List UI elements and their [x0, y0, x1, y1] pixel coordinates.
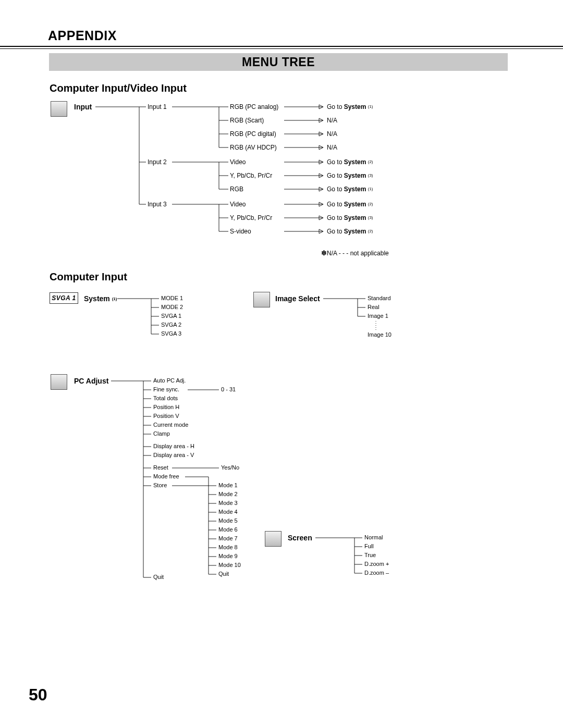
screen-item0: Normal [364, 534, 383, 540]
imsel-item0: Standard [368, 295, 391, 301]
pc-item3: Position H [153, 404, 179, 410]
mode-1: Mode 2 [218, 491, 238, 497]
page-number: 50 [29, 685, 47, 705]
pc-item2: Total dots [153, 395, 178, 401]
in1-item2: RGB (PC digital) [230, 130, 276, 138]
pc-fine-sync-range: 0 - 31 [221, 386, 236, 392]
imsel-item1: Real [368, 304, 380, 310]
in1-item1: RGB (Scart) [230, 117, 264, 124]
dest-1d: N/A [327, 144, 337, 151]
pc-item11: Store [153, 482, 167, 488]
mode-3: Mode 4 [218, 509, 238, 515]
pc-item9: Reset [153, 464, 168, 471]
pc-item7: Display area - H [153, 443, 194, 449]
screen-item4: D.zoom – [364, 570, 389, 576]
tree-lines-input [0, 0, 563, 271]
pc-item5: Current mode [153, 422, 188, 428]
dest-1c: N/A [327, 130, 337, 138]
in3-item0: Video [230, 201, 246, 208]
in2-item0: Video [230, 158, 246, 166]
dest-3c: Go to System (2) [327, 228, 373, 235]
pc-item4: Position V [153, 413, 179, 419]
screen-item2: True [364, 552, 376, 558]
in3-item1: Y, Pb/Cb, Pr/Cr [230, 214, 272, 221]
dest-2a: Go to System (2) [327, 158, 373, 166]
screen-item3: D.zoom + [364, 561, 389, 567]
pc-reset-value: Yes/No [221, 464, 239, 471]
imsel-item2: Image 1 [368, 313, 388, 319]
pc-item6: Clamp [153, 430, 170, 437]
in2-item1: Y, Pb/Cb, Pr/Cr [230, 172, 272, 179]
in2-item2: RGB [230, 186, 243, 193]
footnote: ✽N/A - - - not applicable [321, 249, 389, 257]
input3-label: Input 3 [148, 201, 167, 208]
tree-lines-screen [0, 530, 563, 603]
screen-item1: Full [364, 543, 374, 549]
mode-4: Mode 5 [218, 517, 238, 524]
in3-item2: S-video [230, 228, 251, 235]
pc-item1: Fine sync. [153, 386, 179, 392]
section-computer-input-title: Computer Input [50, 271, 127, 283]
dest-2b: Go to System (3) [327, 172, 373, 179]
input1-label: Input 1 [148, 103, 167, 110]
imsel-item3: Image 10 [368, 331, 391, 338]
dest-1b: N/A [327, 117, 337, 124]
in1-item0: RGB (PC analog) [230, 103, 278, 110]
pc-item10: Mode free [153, 473, 179, 479]
in1-item3: RGB (AV HDCP) [230, 144, 277, 151]
tree-lines-image-select [0, 291, 563, 364]
dest-2c: Go to System (1) [327, 186, 373, 193]
pc-item8: Display area - V [153, 452, 194, 458]
mode-2: Mode 3 [218, 500, 238, 506]
dest-1a: Go to System (1) [327, 103, 373, 110]
page: APPENDIX MENU TREE Computer Input/Video … [0, 0, 563, 728]
mode-0: Mode 1 [218, 482, 238, 488]
input2-label: Input 2 [148, 158, 167, 166]
dest-3a: Go to System (2) [327, 201, 373, 208]
pc-item0: Auto PC Adj. [153, 377, 186, 384]
dest-3b: Go to System (3) [327, 214, 373, 221]
